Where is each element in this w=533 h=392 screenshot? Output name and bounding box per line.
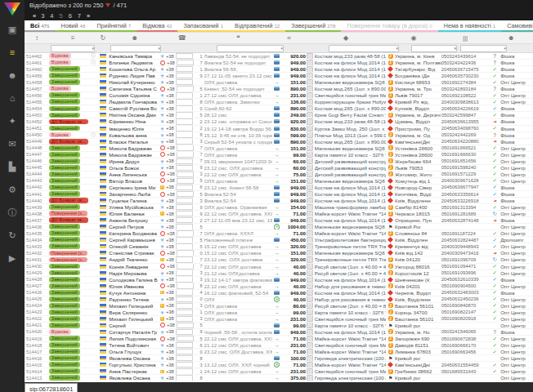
tab-Прийнятий[interactable]: Прийнятий7 <box>91 20 137 32</box>
order-status[interactable]: Відмова <box>49 132 90 138</box>
client-phone[interactable]: ✳+38 <box>160 105 196 111</box>
status-filter[interactable]: ▾ <box>51 45 95 52</box>
product-name[interactable]: Набор для рисования в темноте <box>315 296 386 302</box>
phone-number-box[interactable] <box>176 362 193 368</box>
client-phone[interactable]: ✳+38 <box>160 224 196 229</box>
order-comment[interactable] <box>204 323 272 328</box>
tracking-number[interactable]: 20400309838613 <box>441 99 490 105</box>
order-status[interactable]: Відмова <box>49 329 90 335</box>
tracking-number[interactable]: 0501690904500 <box>441 283 490 289</box>
order-comment[interactable]: 23.12 смс. Кемел 56-58 <box>204 185 272 190</box>
order-row[interactable]: 514432 Повернення (з... Станіслав Стрижа… <box>25 250 533 256</box>
phone-number-box[interactable] <box>176 277 193 283</box>
order-status[interactable]: Повернення (з... <box>49 250 90 256</box>
tab-Відправлений[interactable]: Відправлений12 <box>229 20 285 32</box>
client-name[interactable]: Іващенко Юлія <box>109 126 160 131</box>
client-phone[interactable]: ✳+38 <box>160 355 196 361</box>
tracking-number[interactable]: 20450632874148 <box>441 217 490 223</box>
order-comment[interactable] <box>204 355 272 361</box>
order-comment[interactable]: 27.12 11-05 вна 23.12 смс. 19 <box>204 217 272 223</box>
tracking-number[interactable]: 0501691571229 <box>441 172 490 177</box>
tracking-number[interactable]: 0503243422436 <box>441 60 490 65</box>
client-name[interactable]: Єфименко Ніна <box>109 118 160 124</box>
client-name[interactable]: Анна Липенська <box>109 172 160 177</box>
tracking-number[interactable]: 20450634098760 <box>441 126 490 131</box>
refresh-column-icon[interactable]: ↻ <box>96 34 109 42</box>
client-phone[interactable]: ✳+38 <box>160 217 196 223</box>
tracking-number[interactable]: 20450632824487 <box>441 237 490 243</box>
client-phone[interactable]: +38 <box>160 152 196 158</box>
order-comment[interactable]: 15.12 смс ОЛХ доставка <box>204 250 272 256</box>
order-status[interactable]: Завершений <box>49 283 90 289</box>
tracking-number[interactable]: 0501690663456 <box>441 349 490 354</box>
order-status[interactable]: ДО Возврат ок... <box>49 139 90 145</box>
tracking-number[interactable]: 0501691666521 <box>441 145 490 151</box>
phone-number-box[interactable] <box>177 86 194 91</box>
order-status[interactable]: Відмова <box>49 60 90 65</box>
tab-Відмова[interactable]: Відмова42 <box>137 20 177 32</box>
client-name[interactable]: Анжела Безушку <box>109 217 160 223</box>
order-status[interactable]: Завершений <box>49 277 90 283</box>
order-status[interactable]: Завершений <box>49 310 90 315</box>
order-row[interactable]: 514436 Завершений Сергей Петров ✳+38 5 ₴… <box>25 224 533 230</box>
last-page-button[interactable]: » <box>87 12 89 20</box>
product-name[interactable]: Светящийся гоночный трек Magic Tra <box>315 368 386 374</box>
phone-number-box[interactable] <box>176 375 193 381</box>
tracking-number[interactable]: 0501692274384 <box>441 79 490 85</box>
client-name[interactable]: Ольга Божок <box>109 165 160 171</box>
phone-number-box[interactable] <box>177 145 194 151</box>
client-phone[interactable]: +38 <box>160 191 196 197</box>
tracking-number[interactable]: 0501691598240 <box>441 165 490 171</box>
client-name[interactable]: Соломія Сідоніна <box>109 92 160 98</box>
order-row[interactable]: 514423 Завершений Вера Скляренко ✳+38 1 … <box>25 310 533 316</box>
phone-number-box[interactable] <box>177 323 194 328</box>
order-comment[interactable]: 22.12 смс ОЛХ доставка <box>204 283 272 289</box>
order-status[interactable]: Завершений <box>49 349 90 354</box>
phone-number-box[interactable] <box>176 198 193 203</box>
product-name[interactable]: Карта памяти 10 класс - 32Гб *1 (1шт. <box>315 310 386 315</box>
sync-icon[interactable]: ↻ <box>2 226 23 244</box>
product-name[interactable]: Костюм на флисе Мод.1014 (1шт. х 949 <box>315 185 386 190</box>
client-name[interactable]: Андрій Ткаченко <box>109 256 160 262</box>
page-number-3[interactable]: 3 <box>41 12 44 20</box>
client-name[interactable]: Юлия Иванова <box>109 283 160 289</box>
tracking-number[interactable]: 20450634226619 <box>441 105 490 111</box>
order-comment[interactable]: Кемел ,52-54 не подходит <box>204 86 272 91</box>
client-name[interactable]: Вера Скляренко <box>109 310 160 315</box>
order-status[interactable]: Завершений <box>49 355 90 361</box>
order-comment[interactable]: Фиалка 52-54 <box>204 198 272 203</box>
order-status[interactable]: Завершений <box>49 191 90 197</box>
product-name[interactable]: Корректирующие брюки Hollywood pa <box>315 99 386 105</box>
order-row[interactable]: 514447 Завершений Микола Бадражан +38 7 … <box>25 152 533 158</box>
filter-funnel-icon[interactable] <box>105 3 110 7</box>
order-row[interactable]: 514451 Завершений Іващенко Юлія ✳+38 2 1… <box>25 126 533 132</box>
client-phone[interactable]: ✳+38 <box>160 118 196 124</box>
product-name[interactable]: Детский развивающий конструктор <box>315 158 386 164</box>
warehouse-icon[interactable]: ⌂ <box>2 89 23 107</box>
order-status[interactable]: Завершений <box>49 126 90 131</box>
phone-number-box[interactable] <box>177 178 194 184</box>
order-row[interactable]: 514425 Завершений Радченко Тетяна ✳+38 0… <box>25 296 533 303</box>
tracking-number[interactable]: 20450633226918 <box>441 198 490 203</box>
product-name[interactable]: Майка-корсет Waist Trainer *142 (1шт. <box>315 336 386 341</box>
order-comment[interactable]: ОЛХ <box>204 296 272 302</box>
order-status[interactable]: Завершений <box>49 66 90 72</box>
order-comment[interactable]: 16.12 смс фіалковий, 52-54 <box>204 290 272 296</box>
orders-icon[interactable]: ≡ <box>2 43 23 61</box>
tracking-number[interactable]: 20450633356614 <box>441 191 490 197</box>
phone-number-box[interactable] <box>176 211 193 216</box>
client-phone[interactable]: ✳+38 <box>160 158 196 164</box>
order-row[interactable]: 514433 Завершений Олексій Семанін ✳+38 5… <box>25 243 533 250</box>
order-row[interactable]: 514419 Завершений Лилия Подолинская +38 … <box>25 336 533 342</box>
order-status[interactable]: Завершений <box>49 204 90 210</box>
client-name[interactable]: Власюк Наталья <box>109 139 160 145</box>
city-filter[interactable]: ▾ <box>411 45 457 52</box>
phone-number-box[interactable] <box>176 296 193 302</box>
product-name[interactable]: Машина-трансформер ламборджини <box>315 204 386 210</box>
order-status[interactable]: Завершений <box>49 224 90 229</box>
order-row[interactable]: 514422 Завершений Михаил Гилецький lc+38… <box>25 316 533 323</box>
client-name[interactable]: Уляна Мусійовська <box>109 204 160 210</box>
tracking-number[interactable]: 20450636613955 <box>441 118 490 124</box>
product-name[interactable]: Карта памяти 10 класс - 32Гб *1 (1шт. <box>315 152 386 158</box>
tracking-number[interactable]: 20450635730230 <box>441 73 490 78</box>
